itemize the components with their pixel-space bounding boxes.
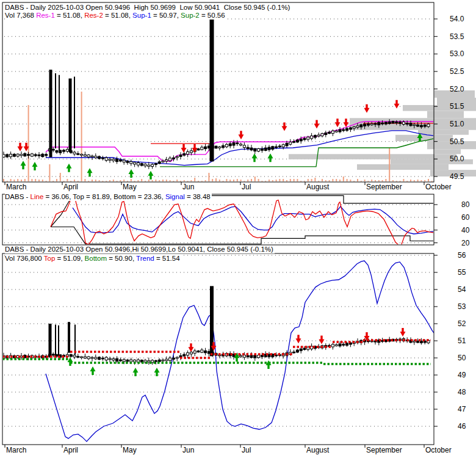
- y-axis-label: 46: [458, 423, 466, 430]
- y-axis-label: 51.0: [450, 120, 464, 128]
- x-axis-label: October: [425, 183, 452, 191]
- legend-segment: Vol 736,800: [5, 255, 44, 262]
- sell-arrow-icon: [394, 100, 400, 109]
- tall-candles: [49, 286, 214, 357]
- buy-arrow-icon: [148, 171, 154, 180]
- tall-candles: [49, 18, 214, 162]
- x-axis-label: May: [123, 446, 137, 454]
- x-axis-label: September: [366, 446, 402, 454]
- x-axis-label: September: [366, 183, 402, 191]
- x-axis-label: Jun: [182, 446, 194, 454]
- y-axis-label: 52.0: [450, 86, 464, 93]
- x-axis-label: August: [306, 446, 329, 454]
- legend-segment: = 50.97,: [151, 12, 181, 19]
- y-axis-label: 50: [458, 354, 466, 362]
- legend-segment: = 51.09,: [55, 255, 84, 262]
- panel2-frame: [2, 194, 434, 245]
- panel1-header-line2: Vol 7,368 Res-1 = 51.08, Res-2 = 51.08, …: [5, 12, 226, 20]
- sell-arrow-icon: [364, 104, 370, 113]
- x-axis-label: October: [425, 446, 452, 454]
- panel1-plot[interactable]: [2, 2, 476, 185]
- sell-arrow-icon: [181, 144, 187, 153]
- y-axis-label: 49.5: [450, 173, 464, 180]
- buy-arrow-icon: [252, 153, 258, 162]
- panel3-plot[interactable]: [2, 253, 438, 448]
- oscillator-line: [51, 194, 433, 246]
- legend-segment: DABS - Daily 2025-10-03 Open 50.9496,Hi …: [5, 246, 273, 253]
- sell-arrow-icon: [344, 118, 349, 127]
- panel2-plot[interactable]: [2, 194, 438, 246]
- x-axis-label: Jul: [242, 183, 251, 191]
- y-axis-label: 47: [458, 406, 466, 413]
- sell-arrow-icon: [189, 343, 194, 352]
- charting-app-window: DABS - Daily 2025-10-03 Open 50.9496 Hig…: [0, 0, 476, 455]
- legend-segment: = 50.90,: [107, 255, 136, 262]
- legend-segment: Line: [31, 193, 44, 200]
- y-axis-label: 55: [458, 269, 466, 276]
- sell-arrow-icon: [239, 131, 244, 139]
- y-axis-label: 54.0: [450, 15, 464, 23]
- legend-segment: Signal: [165, 193, 185, 200]
- legend-segment: DABS -: [5, 193, 31, 200]
- legend-segment: DABS - Daily 2025-10-03 Open 50.9496 Hig…: [5, 4, 290, 11]
- x-axis-label: March: [6, 183, 26, 191]
- panel1-header-line1: DABS - Daily 2025-10-03 Open 50.9496 Hig…: [5, 4, 291, 12]
- y-axis-label: 56: [458, 252, 466, 259]
- legend-segment: Trend: [136, 255, 154, 262]
- legend-segment: = 51.08,: [103, 12, 132, 19]
- y-axis-label: 51.5: [450, 103, 464, 110]
- bottom-line: [51, 227, 433, 244]
- buy-arrow-icon: [32, 162, 38, 170]
- y-axis-label: 60: [461, 214, 469, 221]
- panel3-header-line1: DABS - Daily 2025-10-03 Open 50.9496,Hi …: [5, 246, 275, 253]
- sell-arrow-icon: [335, 118, 341, 127]
- legend-segment: Vol 7,368: [5, 12, 36, 19]
- y-axis-label: 50.5: [450, 138, 464, 145]
- panel3-frame: [2, 253, 434, 445]
- signal-line: [73, 206, 433, 234]
- x-axis-label: Jun: [182, 183, 194, 191]
- sell-arrow-icon: [296, 335, 301, 343]
- legend-segment: Sup-2: [181, 12, 200, 19]
- x-axis-label: May: [123, 183, 137, 191]
- y-axis-label: 49: [458, 371, 466, 379]
- sell-arrow-icon: [400, 328, 406, 337]
- buy-arrow-icon: [21, 161, 26, 169]
- panel2-header-line1: DABS - Line = 36.06, Top = 81.89, Bottom…: [5, 193, 212, 201]
- legend-segment: = 36.06, Top = 81.89, Bottom = 23.36,: [43, 193, 165, 200]
- panel3-header-line2: Vol 736,800 Top = 51.09, Bottom = 50.90,…: [5, 255, 181, 263]
- buy-arrow-icon: [133, 368, 139, 376]
- y-axis-label: 51: [458, 337, 466, 344]
- charts-canvas[interactable]: [0, 0, 476, 455]
- buy-arrow-icon: [87, 168, 93, 177]
- legend-segment: Res-2: [84, 12, 103, 19]
- legend-segment: Bottom: [85, 255, 107, 262]
- y-axis-label: 48: [458, 388, 466, 396]
- legend-segment: Top: [44, 255, 56, 262]
- y-axis-label: 80: [461, 201, 469, 208]
- sell-arrow-icon: [314, 120, 320, 128]
- buy-arrow-icon: [67, 164, 72, 172]
- sell-arrow-icon: [18, 143, 23, 151]
- y-axis-label: 20: [461, 239, 469, 247]
- y-axis-label: 53: [458, 303, 466, 310]
- sell-arrow-icon: [319, 336, 325, 344]
- y-axis-label: 50.0: [450, 155, 464, 162]
- legend-segment: Res-1: [36, 12, 55, 19]
- x-axis-label: April: [63, 183, 78, 191]
- y-axis-label: 52: [458, 320, 466, 327]
- y-axis-label: 40: [461, 227, 469, 234]
- x-axis-label: Jul: [242, 446, 251, 454]
- legend-segment: = 38.48: [185, 193, 211, 200]
- x-axis-label: April: [63, 446, 78, 454]
- legend-segment: = 51.54: [154, 255, 180, 262]
- buy-arrow-icon: [68, 357, 73, 366]
- buy-arrow-icon: [268, 153, 273, 162]
- y-axis-label: 53.0: [450, 50, 464, 57]
- buy-arrow-icon: [90, 366, 96, 375]
- y-axis-label: 54: [458, 286, 466, 293]
- x-axis-label: March: [6, 446, 26, 454]
- y-axis-label: 52.5: [450, 68, 464, 75]
- legend-segment: Sup-1: [132, 12, 151, 19]
- x-axis-label: August: [306, 183, 329, 191]
